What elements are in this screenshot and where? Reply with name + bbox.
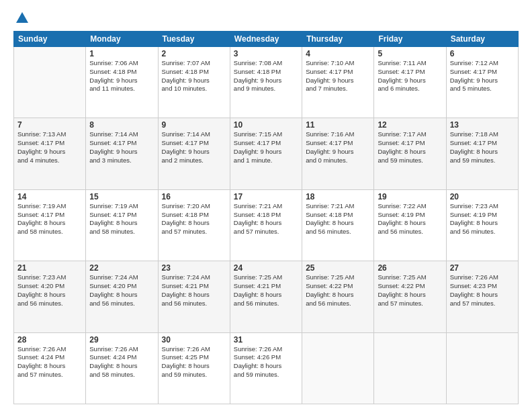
day-info: Sunrise: 7:20 AM Sunset: 4:18 PM Dayligh… (162, 202, 226, 236)
day-number: 26 (378, 263, 442, 273)
weekday-header: Saturday (446, 32, 518, 47)
day-number: 13 (450, 120, 515, 130)
day-number: 9 (162, 120, 226, 130)
weekday-header: Thursday (302, 32, 374, 47)
calendar-cell: 6Sunrise: 7:12 AM Sunset: 4:17 PM Daylig… (446, 47, 518, 118)
day-info: Sunrise: 7:26 AM Sunset: 4:26 PM Dayligh… (234, 345, 298, 379)
day-number: 24 (234, 263, 298, 273)
logo (13, 11, 30, 26)
day-info: Sunrise: 7:18 AM Sunset: 4:17 PM Dayligh… (450, 130, 515, 165)
calendar-cell: 14Sunrise: 7:19 AM Sunset: 4:17 PM Dayli… (14, 189, 86, 261)
calendar-cell: 10Sunrise: 7:15 AM Sunset: 4:17 PM Dayli… (230, 118, 302, 189)
calendar-cell: 28Sunrise: 7:26 AM Sunset: 4:24 PM Dayli… (14, 332, 86, 404)
calendar-cell (374, 332, 446, 404)
day-number: 8 (89, 120, 154, 130)
calendar-week-row: 21Sunrise: 7:23 AM Sunset: 4:20 PM Dayli… (14, 261, 519, 332)
day-info: Sunrise: 7:25 AM Sunset: 4:22 PM Dayligh… (378, 273, 442, 308)
calendar-week-row: 14Sunrise: 7:19 AM Sunset: 4:17 PM Dayli… (14, 189, 519, 261)
day-info: Sunrise: 7:15 AM Sunset: 4:17 PM Dayligh… (234, 130, 298, 165)
day-info: Sunrise: 7:12 AM Sunset: 4:17 PM Dayligh… (450, 59, 515, 93)
calendar-cell: 8Sunrise: 7:14 AM Sunset: 4:17 PM Daylig… (86, 118, 158, 189)
calendar-cell (302, 332, 374, 404)
day-info: Sunrise: 7:23 AM Sunset: 4:19 PM Dayligh… (450, 202, 515, 236)
day-number: 3 (234, 49, 298, 58)
day-info: Sunrise: 7:07 AM Sunset: 4:18 PM Dayligh… (162, 59, 226, 93)
calendar-cell (446, 332, 518, 404)
day-info: Sunrise: 7:26 AM Sunset: 4:24 PM Dayligh… (89, 345, 154, 379)
calendar-cell: 20Sunrise: 7:23 AM Sunset: 4:19 PM Dayli… (446, 189, 518, 261)
calendar-cell: 9Sunrise: 7:14 AM Sunset: 4:17 PM Daylig… (158, 118, 230, 189)
day-number: 19 (378, 192, 442, 201)
calendar-cell: 7Sunrise: 7:13 AM Sunset: 4:17 PM Daylig… (14, 118, 86, 189)
day-number: 16 (162, 192, 226, 201)
calendar-cell: 2Sunrise: 7:07 AM Sunset: 4:18 PM Daylig… (158, 47, 230, 118)
calendar-cell: 19Sunrise: 7:22 AM Sunset: 4:19 PM Dayli… (374, 189, 446, 261)
day-info: Sunrise: 7:19 AM Sunset: 4:17 PM Dayligh… (89, 202, 154, 236)
day-number: 15 (89, 192, 154, 201)
day-info: Sunrise: 7:14 AM Sunset: 4:17 PM Dayligh… (162, 130, 226, 165)
day-info: Sunrise: 7:21 AM Sunset: 4:18 PM Dayligh… (306, 202, 370, 236)
calendar-cell: 29Sunrise: 7:26 AM Sunset: 4:24 PM Dayli… (86, 332, 158, 404)
calendar-cell: 25Sunrise: 7:25 AM Sunset: 4:22 PM Dayli… (302, 261, 374, 332)
calendar-week-row: 28Sunrise: 7:26 AM Sunset: 4:24 PM Dayli… (14, 332, 519, 404)
calendar-week-row: 7Sunrise: 7:13 AM Sunset: 4:17 PM Daylig… (14, 118, 519, 189)
day-number: 2 (162, 49, 226, 58)
day-info: Sunrise: 7:16 AM Sunset: 4:17 PM Dayligh… (306, 130, 370, 165)
day-number: 22 (89, 263, 154, 273)
page-header (13, 11, 519, 26)
calendar-cell: 30Sunrise: 7:26 AM Sunset: 4:25 PM Dayli… (158, 332, 230, 404)
calendar-table: SundayMondayTuesdayWednesdayThursdayFrid… (13, 31, 519, 404)
day-number: 18 (306, 192, 370, 201)
weekday-header: Wednesday (230, 32, 302, 47)
calendar-cell: 1Sunrise: 7:06 AM Sunset: 4:18 PM Daylig… (86, 47, 158, 118)
day-number: 28 (17, 335, 82, 345)
svg-marker-0 (16, 12, 28, 23)
day-info: Sunrise: 7:24 AM Sunset: 4:20 PM Dayligh… (89, 273, 154, 308)
day-info: Sunrise: 7:22 AM Sunset: 4:19 PM Dayligh… (378, 202, 442, 236)
calendar-cell: 13Sunrise: 7:18 AM Sunset: 4:17 PM Dayli… (446, 118, 518, 189)
day-info: Sunrise: 7:13 AM Sunset: 4:17 PM Dayligh… (17, 130, 82, 165)
logo-icon (15, 11, 30, 26)
day-number: 7 (17, 120, 82, 130)
weekday-header: Monday (86, 32, 158, 47)
calendar-cell: 15Sunrise: 7:19 AM Sunset: 4:17 PM Dayli… (86, 189, 158, 261)
day-number: 1 (89, 49, 154, 58)
day-number: 5 (378, 49, 442, 58)
calendar-cell: 31Sunrise: 7:26 AM Sunset: 4:26 PM Dayli… (230, 332, 302, 404)
calendar-page: SundayMondayTuesdayWednesdayThursdayFrid… (0, 0, 532, 411)
day-info: Sunrise: 7:24 AM Sunset: 4:21 PM Dayligh… (162, 273, 226, 308)
weekday-header: Sunday (14, 32, 86, 47)
calendar-cell: 26Sunrise: 7:25 AM Sunset: 4:22 PM Dayli… (374, 261, 446, 332)
day-number: 6 (450, 49, 515, 58)
day-number: 21 (17, 263, 82, 273)
day-info: Sunrise: 7:23 AM Sunset: 4:20 PM Dayligh… (17, 273, 82, 308)
day-number: 4 (306, 49, 370, 58)
day-number: 20 (450, 192, 515, 201)
calendar-week-row: 1Sunrise: 7:06 AM Sunset: 4:18 PM Daylig… (14, 47, 519, 118)
day-info: Sunrise: 7:25 AM Sunset: 4:22 PM Dayligh… (306, 273, 370, 308)
calendar-cell (14, 47, 86, 118)
day-number: 31 (234, 335, 298, 345)
day-number: 25 (306, 263, 370, 273)
header-row: SundayMondayTuesdayWednesdayThursdayFrid… (14, 32, 519, 47)
calendar-cell: 12Sunrise: 7:17 AM Sunset: 4:17 PM Dayli… (374, 118, 446, 189)
calendar-cell: 23Sunrise: 7:24 AM Sunset: 4:21 PM Dayli… (158, 261, 230, 332)
weekday-header: Friday (374, 32, 446, 47)
day-number: 17 (234, 192, 298, 201)
day-info: Sunrise: 7:17 AM Sunset: 4:17 PM Dayligh… (378, 130, 442, 165)
day-number: 30 (162, 335, 226, 345)
calendar-cell: 18Sunrise: 7:21 AM Sunset: 4:18 PM Dayli… (302, 189, 374, 261)
day-info: Sunrise: 7:26 AM Sunset: 4:24 PM Dayligh… (17, 345, 82, 379)
calendar-cell: 3Sunrise: 7:08 AM Sunset: 4:18 PM Daylig… (230, 47, 302, 118)
calendar-cell: 27Sunrise: 7:26 AM Sunset: 4:23 PM Dayli… (446, 261, 518, 332)
day-info: Sunrise: 7:19 AM Sunset: 4:17 PM Dayligh… (17, 202, 82, 236)
calendar-cell: 11Sunrise: 7:16 AM Sunset: 4:17 PM Dayli… (302, 118, 374, 189)
calendar-cell: 16Sunrise: 7:20 AM Sunset: 4:18 PM Dayli… (158, 189, 230, 261)
day-info: Sunrise: 7:08 AM Sunset: 4:18 PM Dayligh… (234, 59, 298, 93)
calendar-cell: 17Sunrise: 7:21 AM Sunset: 4:18 PM Dayli… (230, 189, 302, 261)
calendar-cell: 22Sunrise: 7:24 AM Sunset: 4:20 PM Dayli… (86, 261, 158, 332)
day-number: 12 (378, 120, 442, 130)
day-info: Sunrise: 7:21 AM Sunset: 4:18 PM Dayligh… (234, 202, 298, 236)
day-number: 14 (17, 192, 82, 201)
calendar-cell: 24Sunrise: 7:25 AM Sunset: 4:21 PM Dayli… (230, 261, 302, 332)
